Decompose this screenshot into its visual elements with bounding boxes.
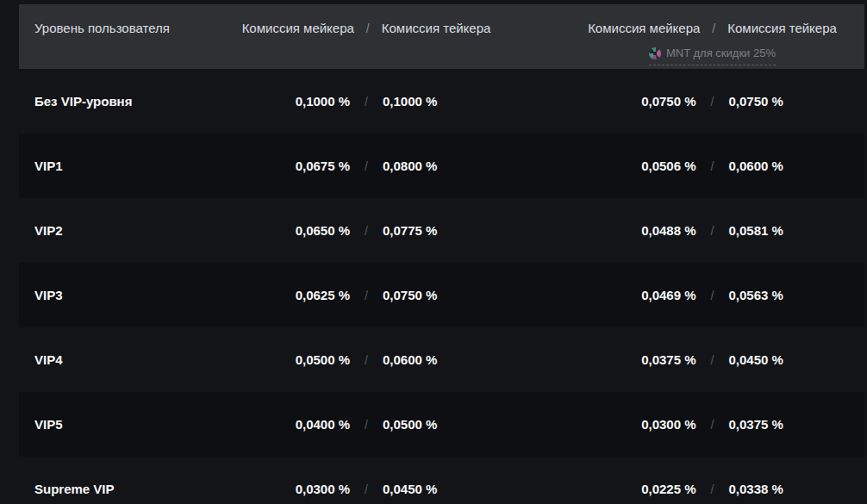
row-level-label: VIP2 <box>19 223 172 238</box>
row-level-label: Supreme VIP <box>19 482 172 496</box>
header-discount-taker-label: Комиссия тейкера <box>727 19 837 37</box>
taker-fee-value: 0,0775 % <box>383 223 437 238</box>
row-discount-fees: 0,0300 % / 0,0375 % <box>560 417 864 432</box>
slash-separator: / <box>711 95 714 109</box>
header-user-level: Уровень пользователя <box>19 19 172 37</box>
slash-separator: / <box>711 289 714 302</box>
mnt-token-icon <box>649 47 661 59</box>
taker-discount-fee-value: 0,0600 % <box>728 159 783 173</box>
taker-fee-value: 0,0800 % <box>383 159 437 173</box>
header-base-fee-group: Комиссия мейкера / Комиссия тейкера <box>172 19 560 38</box>
row-base-fees: 0,0675 % / 0,0800 % <box>172 159 560 173</box>
taker-fee-value: 0,0450 % <box>383 482 437 496</box>
taker-fee-value: 0,1000 % <box>383 94 437 109</box>
row-discount-fees: 0,0750 % / 0,0750 % <box>560 94 864 109</box>
row-discount-fees: 0,0375 % / 0,0450 % <box>560 352 864 367</box>
row-level-label: VIP4 <box>19 352 172 367</box>
maker-discount-fee-value: 0,0300 % <box>641 417 695 432</box>
taker-fee-value: 0,0500 % <box>383 417 437 432</box>
maker-discount-fee-value: 0,0375 % <box>641 352 695 367</box>
table-row-no-vip: Без VIP-уровня 0,1000 % / 0,1000 % 0,075… <box>19 69 864 134</box>
table-row-vip5: VIP5 0,0400 % / 0,0500 % 0,0300 % / 0,03… <box>19 392 864 457</box>
mnt-discount-note-label: MNT для скидки 25% <box>666 44 776 62</box>
header-base-maker-label: Комиссия мейкера <box>242 19 354 37</box>
taker-fee-value: 0,0750 % <box>383 288 437 302</box>
maker-discount-fee-value: 0,0488 % <box>641 223 695 238</box>
maker-fee-value: 0,0625 % <box>296 288 350 302</box>
maker-discount-fee-value: 0,0225 % <box>641 482 695 496</box>
row-discount-fees: 0,0225 % / 0,0338 % <box>560 482 864 496</box>
maker-discount-fee-value: 0,0750 % <box>641 94 695 109</box>
header-discount-maker-label: Комиссия мейкера <box>588 19 700 37</box>
row-base-fees: 0,0300 % / 0,0450 % <box>172 482 560 496</box>
header-slash: / <box>366 20 370 38</box>
slash-separator: / <box>365 289 368 302</box>
taker-fee-value: 0,0600 % <box>383 352 437 367</box>
slash-separator: / <box>711 353 714 367</box>
slash-separator: / <box>365 353 368 367</box>
row-level-label: VIP1 <box>19 159 172 173</box>
slash-separator: / <box>365 482 368 496</box>
header-discount-fee-group: Комиссия мейкера / Комиссия тейкера MNT … <box>560 19 864 65</box>
table-row-vip4: VIP4 0,0500 % / 0,0600 % 0,0375 % / 0,04… <box>19 327 864 392</box>
row-level-label: VIP3 <box>19 288 172 302</box>
row-level-label: Без VIP-уровня <box>19 94 172 109</box>
maker-discount-fee-value: 0,0506 % <box>641 159 695 173</box>
slash-separator: / <box>711 482 714 496</box>
taker-discount-fee-value: 0,0375 % <box>728 417 783 432</box>
maker-fee-value: 0,0300 % <box>296 482 350 496</box>
mnt-discount-note[interactable]: MNT для скидки 25% <box>649 44 776 65</box>
slash-separator: / <box>365 159 368 173</box>
taker-discount-fee-value: 0,0750 % <box>728 94 783 109</box>
row-base-fees: 0,0500 % / 0,0600 % <box>172 352 560 367</box>
row-discount-fees: 0,0506 % / 0,0600 % <box>560 159 864 173</box>
taker-discount-fee-value: 0,0450 % <box>728 352 783 367</box>
header-base-taker-label: Комиссия тейкера <box>382 19 491 37</box>
fee-table-header: Уровень пользователя Комиссия мейкера / … <box>19 4 864 69</box>
row-discount-fees: 0,0469 % / 0,0563 % <box>560 288 864 302</box>
slash-separator: / <box>711 159 714 173</box>
row-base-fees: 0,0650 % / 0,0775 % <box>172 223 560 238</box>
table-row-vip1: VIP1 0,0675 % / 0,0800 % 0,0506 % / 0,06… <box>19 134 864 198</box>
row-base-fees: 0,1000 % / 0,1000 % <box>172 94 560 109</box>
row-base-fees: 0,0625 % / 0,0750 % <box>172 288 560 302</box>
maker-fee-value: 0,0675 % <box>296 159 350 173</box>
slash-separator: / <box>365 224 368 238</box>
row-discount-fees: 0,0488 % / 0,0581 % <box>560 223 864 238</box>
header-slash: / <box>712 20 715 38</box>
maker-fee-value: 0,1000 % <box>296 94 350 109</box>
slash-separator: / <box>365 95 368 109</box>
table-row-vip3: VIP3 0,0625 % / 0,0750 % 0,0469 % / 0,05… <box>19 263 864 327</box>
fee-tier-table: Уровень пользователя Комиссия мейкера / … <box>19 4 864 504</box>
table-row-supreme-vip: Supreme VIP 0,0300 % / 0,0450 % 0,0225 %… <box>19 457 864 504</box>
maker-fee-value: 0,0400 % <box>296 417 350 432</box>
taker-discount-fee-value: 0,0581 % <box>728 223 783 238</box>
taker-discount-fee-value: 0,0563 % <box>728 288 783 302</box>
slash-separator: / <box>365 418 368 432</box>
slash-separator: / <box>711 418 714 432</box>
taker-discount-fee-value: 0,0338 % <box>728 482 783 496</box>
table-row-vip2: VIP2 0,0650 % / 0,0775 % 0,0488 % / 0,05… <box>19 198 864 263</box>
maker-discount-fee-value: 0,0469 % <box>641 288 695 302</box>
slash-separator: / <box>711 224 714 238</box>
row-level-label: VIP5 <box>19 417 172 432</box>
maker-fee-value: 0,0650 % <box>296 223 350 238</box>
maker-fee-value: 0,0500 % <box>296 352 350 367</box>
row-base-fees: 0,0400 % / 0,0500 % <box>172 417 560 432</box>
